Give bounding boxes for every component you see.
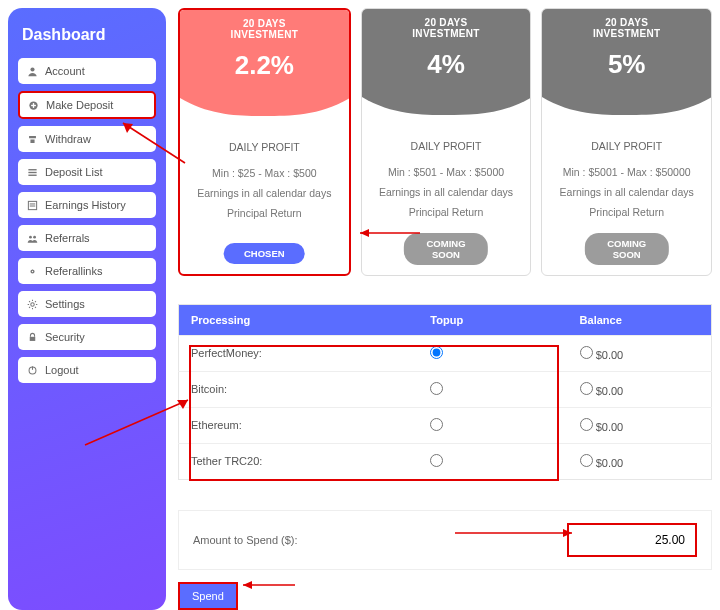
sidebar-item-withdraw[interactable]: Withdraw [18,126,156,152]
sidebar-item-referrals[interactable]: Referrals [18,225,156,251]
lock-icon [27,332,38,343]
balance-value: $0.00 [596,385,624,397]
sidebar-item-label: Security [45,331,85,343]
plan-days: 20 DAYS [362,17,531,28]
balance-radio[interactable] [580,418,593,431]
svg-rect-15 [32,366,33,369]
svg-point-0 [30,67,34,71]
topup-radio-tether[interactable] [430,454,443,467]
plan-principal: Principal Return [552,203,701,223]
svg-point-10 [29,235,32,238]
plan-title: INVESTMENT [180,29,349,40]
sidebar-item-label: Referrals [45,232,90,244]
sidebar-item-account[interactable]: Account [18,58,156,84]
plan-title: INVESTMENT [542,28,711,39]
svg-rect-13 [30,336,36,340]
topup-radio-bitcoin[interactable] [430,382,443,395]
payment-table: Processing Topup Balance PerfectMoney: $… [178,304,712,480]
plan-daily-profit: DAILY PROFIT [372,137,521,157]
svg-rect-4 [28,169,36,170]
sidebar-item-label: Make Deposit [46,99,113,111]
power-icon [27,365,38,376]
plan-earnings: Earnings in all calendar days [190,184,339,204]
plan-rate: 4% [362,49,531,80]
plan-rate: 5% [542,49,711,80]
dashboard-title: Dashboard [22,26,152,44]
people-icon [27,233,38,244]
balance-value: $0.00 [596,349,624,361]
balance-value: $0.00 [596,421,624,433]
plan-coming-soon-button[interactable]: COMING SOON [585,233,669,265]
plan-range: Min : $25 - Max : $500 [190,164,339,184]
spend-button[interactable]: Spend [178,582,238,610]
processing-name: Bitcoin: [179,371,419,407]
plan-earnings: Earnings in all calendar days [372,183,521,203]
svg-point-11 [33,235,36,238]
table-row: PerfectMoney: $0.00 [179,335,712,371]
plan-rate: 2.2% [180,50,349,81]
sidebar-item-settings[interactable]: Settings [18,291,156,317]
plan-range: Min : $501 - Max : $5000 [372,163,521,183]
plus-icon [28,100,39,111]
plan-earnings: Earnings in all calendar days [552,183,701,203]
history-icon [27,200,38,211]
plan-daily-profit: DAILY PROFIT [552,137,701,157]
th-processing: Processing [179,304,419,335]
sidebar-item-earnings-history[interactable]: Earnings History [18,192,156,218]
plan-principal: Principal Return [372,203,521,223]
th-balance: Balance [568,304,712,335]
sidebar-item-label: Withdraw [45,133,91,145]
svg-rect-8 [30,203,36,204]
balance-radio[interactable] [580,382,593,395]
th-topup: Topup [418,304,567,335]
svg-rect-3 [31,104,36,105]
processing-name: PerfectMoney: [179,335,419,371]
sidebar-item-label: Logout [45,364,79,376]
svg-rect-6 [28,174,36,175]
sidebar: Dashboard Account Make Deposit Withdraw … [8,8,166,610]
svg-rect-9 [30,205,36,206]
table-row: Tether TRC20: $0.00 [179,443,712,479]
sidebar-item-make-deposit[interactable]: Make Deposit [18,91,156,119]
gear-icon [27,299,38,310]
sidebar-item-label: Settings [45,298,85,310]
sidebar-item-logout[interactable]: Logout [18,357,156,383]
plan-principal: Principal Return [190,204,339,224]
processing-name: Ethereum: [179,407,419,443]
plan-days: 20 DAYS [180,18,349,29]
withdraw-icon [27,134,38,145]
sidebar-item-referallinks[interactable]: Referallinks [18,258,156,284]
plan-daily-profit: DAILY PROFIT [190,138,339,158]
main-content: 20 DAYS INVESTMENT 2.2% DAILY PROFIT Min… [178,8,712,610]
link-icon [27,266,38,277]
balance-radio[interactable] [580,346,593,359]
svg-rect-5 [28,171,36,172]
plan-card-2[interactable]: 20 DAYS INVESTMENT 4% DAILY PROFIT Min :… [361,8,532,276]
sidebar-item-label: Earnings History [45,199,126,211]
list-icon [27,167,38,178]
topup-radio-ethereum[interactable] [430,418,443,431]
plan-days: 20 DAYS [542,17,711,28]
balance-radio[interactable] [580,454,593,467]
plan-card-3[interactable]: 20 DAYS INVESTMENT 5% DAILY PROFIT Min :… [541,8,712,276]
sidebar-item-security[interactable]: Security [18,324,156,350]
sidebar-item-label: Deposit List [45,166,102,178]
plan-title: INVESTMENT [362,28,531,39]
amount-input[interactable] [567,523,697,557]
plan-chosen-button[interactable]: CHOSEN [224,243,305,264]
plans-row: 20 DAYS INVESTMENT 2.2% DAILY PROFIT Min… [178,8,712,276]
table-row: Bitcoin: $0.00 [179,371,712,407]
topup-radio-perfectmoney[interactable] [430,346,443,359]
sidebar-item-label: Account [45,65,85,77]
amount-row: Amount to Spend ($): [178,510,712,570]
sidebar-item-deposit-list[interactable]: Deposit List [18,159,156,185]
user-icon [27,66,38,77]
plan-range: Min : $5001 - Max : $50000 [552,163,701,183]
table-row: Ethereum: $0.00 [179,407,712,443]
plan-card-1[interactable]: 20 DAYS INVESTMENT 2.2% DAILY PROFIT Min… [178,8,351,276]
balance-value: $0.00 [596,457,624,469]
sidebar-item-label: Referallinks [45,265,102,277]
svg-point-12 [31,302,34,305]
amount-label: Amount to Spend ($): [193,534,298,546]
plan-coming-soon-button[interactable]: COMING SOON [404,233,488,265]
